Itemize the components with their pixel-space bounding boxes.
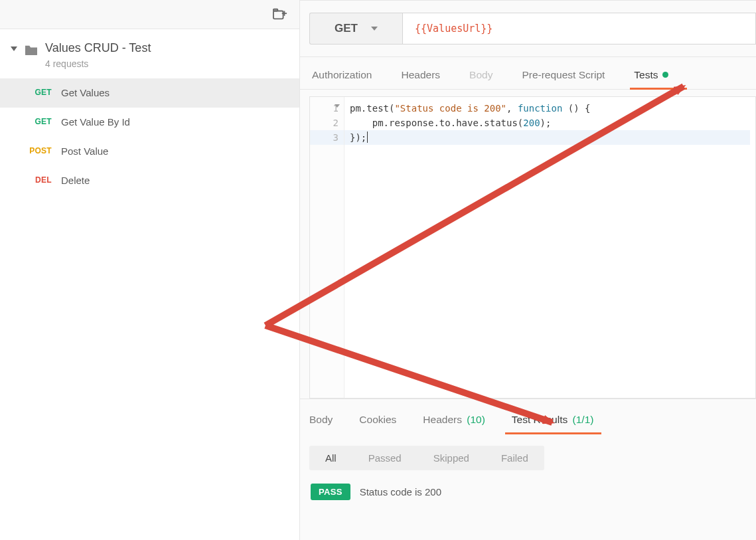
test-filter-bar: AllPassedSkippedFailed (309, 446, 544, 470)
count-badge: (1/1) (569, 414, 593, 425)
tests-editor[interactable]: 123 pm.test("Status code is 200", functi… (309, 96, 756, 399)
new-tab-icon[interactable] (273, 8, 287, 21)
request-item-label: Post Value (61, 145, 108, 157)
indicator-dot-icon (662, 72, 668, 78)
request-tab[interactable]: Pre-request Script (520, 64, 606, 89)
method-badge: POST (23, 146, 52, 155)
request-tab[interactable]: Authorization (311, 64, 373, 89)
test-result-name: Status code is 200 (360, 486, 441, 497)
request-item[interactable]: DELDelete (0, 166, 299, 195)
response-tabs: BodyCookiesHeaders (10)Test Results (1/1… (308, 410, 756, 434)
request-tab[interactable]: Tests (633, 64, 669, 89)
folder-icon (24, 44, 38, 56)
collection-header[interactable]: Values CRUD - Test 4 requests (0, 29, 299, 78)
filter-option[interactable]: Skipped (417, 446, 485, 470)
response-tab[interactable]: Headers (10) (421, 410, 486, 434)
request-item[interactable]: GETGet Values (0, 78, 299, 108)
method-label: GET (335, 22, 358, 35)
pass-badge: PASS (311, 484, 350, 500)
filter-option[interactable]: Passed (352, 446, 417, 470)
filter-option[interactable]: All (309, 446, 352, 470)
request-tabs: AuthorizationHeadersBodyPre-request Scri… (300, 57, 756, 90)
request-list: GETGet ValuesGETGet Value By IdPOSTPost … (0, 78, 299, 195)
response-tab[interactable]: Body (308, 410, 334, 434)
svg-rect-0 (273, 11, 283, 19)
url-bar: GET (300, 1, 756, 57)
method-dropdown[interactable]: GET (309, 13, 402, 45)
request-item-label: Get Value By Id (61, 116, 130, 128)
method-badge: DEL (23, 175, 52, 185)
count-badge: (10) (464, 414, 485, 425)
sidebar-toolbar (0, 0, 299, 29)
method-badge: GET (23, 117, 52, 126)
method-badge: GET (23, 88, 52, 97)
response-panel: BodyCookiesHeaders (10)Test Results (1/1… (300, 399, 756, 500)
svg-rect-1 (273, 9, 277, 11)
request-tab[interactable]: Body (468, 64, 494, 89)
request-item-label: Get Values (61, 87, 110, 98)
filter-option[interactable]: Failed (485, 446, 544, 470)
collapse-caret-icon[interactable] (11, 46, 17, 51)
main-panel: GET AuthorizationHeadersBodyPre-request … (300, 0, 756, 540)
request-item[interactable]: GETGet Value By Id (0, 108, 299, 137)
url-input[interactable] (402, 13, 756, 45)
request-item-label: Delete (61, 175, 90, 186)
chevron-down-icon (371, 27, 378, 31)
collection-subtitle: 4 requests (45, 58, 151, 69)
request-item[interactable]: POSTPost Value (0, 137, 299, 166)
request-tab[interactable]: Headers (400, 64, 441, 89)
collection-title[interactable]: Values CRUD - Test (45, 41, 151, 56)
test-result-row: PASS Status code is 200 (311, 484, 756, 500)
response-tab[interactable]: Test Results (1/1) (510, 410, 595, 434)
response-tab[interactable]: Cookies (358, 410, 398, 434)
sidebar: Values CRUD - Test 4 requests GETGet Val… (0, 0, 300, 540)
